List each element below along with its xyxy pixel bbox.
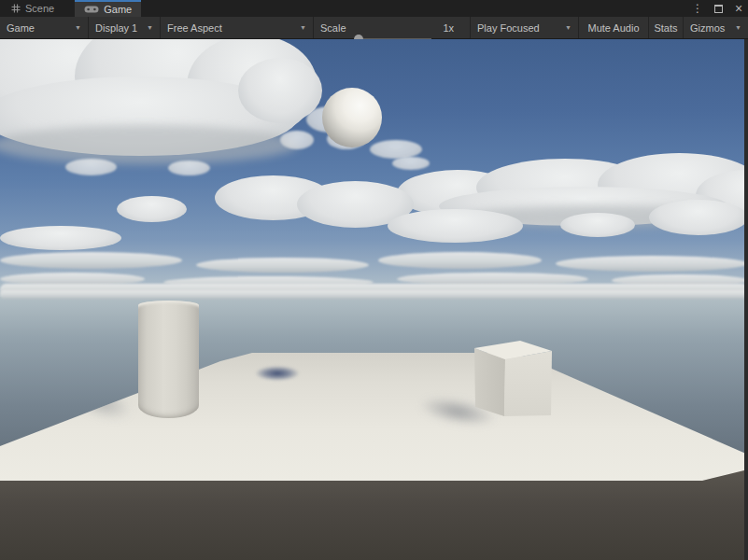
scale-value: 1x bbox=[443, 22, 454, 34]
cloud bbox=[392, 157, 430, 170]
tab-scene[interactable]: Scene bbox=[2, 0, 64, 17]
sphere-shadow bbox=[255, 366, 300, 381]
game-view-toolbar: Game▼ Display 1▼ Free Aspect▼ Scale 1x P… bbox=[0, 17, 748, 39]
cloud bbox=[117, 196, 187, 222]
cloud bbox=[556, 256, 748, 272]
chevron-down-icon: ▼ bbox=[565, 24, 572, 31]
gizmos-dropdown[interactable]: Gizmos▼ bbox=[684, 17, 748, 38]
aspect-ratio-dropdown[interactable]: Free Aspect▼ bbox=[161, 17, 314, 38]
close-icon[interactable]: × bbox=[733, 2, 744, 15]
stats-button[interactable]: Stats bbox=[649, 17, 684, 38]
display-dropdown[interactable]: Display 1▼ bbox=[89, 17, 161, 38]
cloud bbox=[370, 140, 422, 159]
cloud bbox=[388, 209, 523, 243]
cloud bbox=[0, 290, 748, 299]
cloud bbox=[196, 258, 369, 273]
cloud-shadow bbox=[0, 125, 299, 164]
scale-section: Scale 1x bbox=[314, 17, 471, 38]
gamepad-icon bbox=[84, 5, 99, 14]
platform-front bbox=[0, 469, 748, 560]
game-view-mode-dropdown[interactable]: Game▼ bbox=[0, 17, 89, 38]
cloud bbox=[65, 159, 117, 175]
mute-audio-button[interactable]: Mute Audio bbox=[579, 17, 649, 38]
menu-dots-icon[interactable]: ⋮ bbox=[692, 2, 703, 15]
play-focused-dropdown[interactable]: Play Focused▼ bbox=[471, 17, 579, 38]
window-controls: ⋮ × bbox=[692, 0, 744, 17]
cube-object bbox=[467, 338, 556, 424]
cloud bbox=[560, 213, 635, 237]
tab-game[interactable]: Game bbox=[75, 0, 141, 17]
cloud bbox=[0, 226, 121, 250]
cloud bbox=[168, 161, 210, 175]
chevron-down-icon: ▼ bbox=[75, 24, 81, 31]
viewport-right-edge bbox=[744, 39, 748, 560]
scale-label: Scale bbox=[320, 22, 346, 34]
maximize-icon[interactable] bbox=[713, 2, 724, 15]
unity-editor-window: Scene Game ⋮ × Game▼ Display 1▼ Free Asp… bbox=[0, 0, 748, 560]
chevron-down-icon: ▼ bbox=[147, 24, 153, 31]
game-viewport[interactable] bbox=[0, 39, 748, 560]
sphere-object bbox=[322, 88, 382, 147]
cloud bbox=[649, 200, 748, 235]
cylinder-object bbox=[138, 301, 199, 418]
cloud bbox=[378, 252, 542, 269]
tab-game-label: Game bbox=[104, 4, 132, 15]
cloud bbox=[280, 131, 314, 149]
view-tab-bar: Scene Game ⋮ × bbox=[0, 0, 748, 17]
cloud bbox=[0, 252, 182, 269]
chevron-down-icon: ▼ bbox=[300, 24, 306, 31]
chevron-down-icon: ▼ bbox=[735, 24, 741, 31]
grid-icon bbox=[11, 4, 21, 13]
tab-scene-label: Scene bbox=[25, 3, 54, 14]
